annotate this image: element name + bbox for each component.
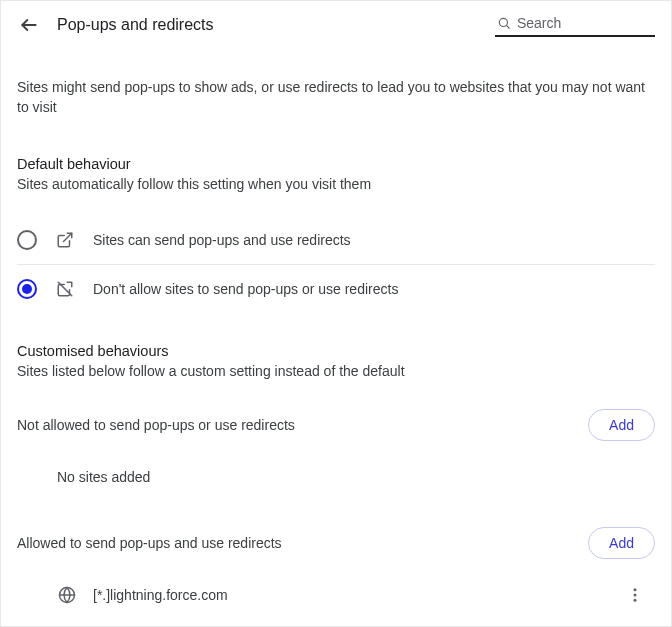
- radio-option-block[interactable]: Don't allow sites to send pop-ups or use…: [17, 264, 655, 313]
- allowed-site-row: [*.]lightning.force.com: [17, 559, 655, 607]
- back-button[interactable]: [17, 13, 41, 37]
- search-input[interactable]: [517, 15, 653, 31]
- page-title: Pop-ups and redirects: [57, 16, 214, 34]
- open-in-new-icon: [55, 230, 75, 250]
- intro-text: Sites might send pop-ups to show ads, or…: [17, 57, 655, 126]
- svg-line-2: [507, 26, 510, 29]
- search-field[interactable]: [495, 13, 655, 37]
- radio-option-allow[interactable]: Sites can send pop-ups and use redirects: [17, 216, 655, 264]
- svg-line-4: [58, 282, 72, 296]
- default-behaviour-title: Default behaviour: [17, 126, 655, 176]
- blocked-list-title: Not allowed to send pop-ups or use redir…: [17, 417, 295, 433]
- allowed-list-title: Allowed to send pop-ups and use redirect…: [17, 535, 282, 551]
- svg-line-3: [64, 233, 72, 241]
- more-vert-icon: [626, 586, 644, 604]
- add-allowed-button[interactable]: Add: [588, 527, 655, 559]
- svg-point-8: [634, 593, 637, 596]
- radio-selected-icon: [17, 279, 37, 299]
- open-in-new-blocked-icon: [55, 279, 75, 299]
- svg-point-7: [634, 588, 637, 591]
- site-more-button[interactable]: [623, 583, 647, 607]
- blocked-empty-text: No sites added: [17, 441, 655, 497]
- radio-option-block-label: Don't allow sites to send pop-ups or use…: [93, 281, 398, 297]
- customised-title: Customised behaviours: [17, 313, 655, 363]
- search-icon: [497, 15, 511, 31]
- svg-point-9: [634, 598, 637, 601]
- default-behaviour-sub: Sites automatically follow this setting …: [17, 176, 655, 192]
- customised-sub: Sites listed below follow a custom setti…: [17, 363, 655, 379]
- allowed-site-pattern: [*.]lightning.force.com: [93, 587, 607, 603]
- radio-unselected-icon: [17, 230, 37, 250]
- radio-option-allow-label: Sites can send pop-ups and use redirects: [93, 232, 351, 248]
- globe-icon: [57, 585, 77, 605]
- svg-point-1: [499, 18, 507, 26]
- arrow-left-icon: [19, 15, 39, 35]
- add-blocked-button[interactable]: Add: [588, 409, 655, 441]
